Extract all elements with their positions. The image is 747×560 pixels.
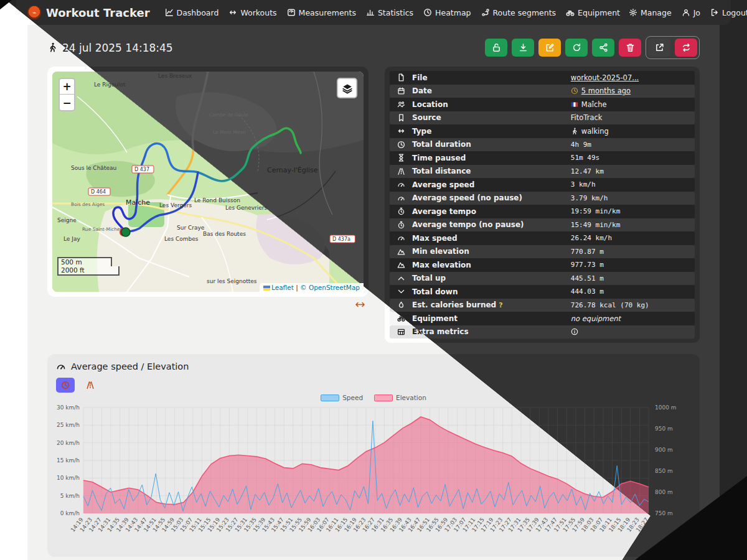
- leaflet-link[interactable]: Leaflet: [271, 284, 294, 291]
- detail-label: Est. calories burned?: [412, 301, 571, 309]
- nav-item-equipment[interactable]: Equipment: [566, 8, 620, 17]
- map-place-label: Le Rond Buisson: [194, 197, 240, 203]
- repeat-icon: [682, 43, 691, 52]
- nav-item-label: Statistics: [378, 8, 413, 17]
- nav-items: DashboardWorkoutsMeasurementsStatisticsH…: [165, 8, 620, 17]
- nav-item-manage[interactable]: Manage: [629, 8, 672, 17]
- svg-text:30 km/h: 30 km/h: [57, 404, 80, 411]
- svg-text:0 km/h: 0 km/h: [60, 510, 80, 516]
- detail-label: Extra metrics: [412, 327, 571, 336]
- detail-value-link[interactable]: workout-2025-07...: [571, 73, 639, 82]
- detail-row-equipment: Equipmentno equipment: [390, 312, 695, 325]
- attribution-separator: |: [294, 284, 300, 291]
- legend-speed[interactable]: Speed: [321, 394, 363, 401]
- flag-fr-icon: [571, 101, 578, 108]
- detail-label: Type: [412, 127, 571, 136]
- gauge-icon: [397, 234, 405, 242]
- detail-label: Time paused: [412, 154, 571, 162]
- detail-value-cell: [571, 328, 581, 335]
- map-place-label: Sous le Château: [71, 165, 116, 171]
- detail-row-average-speed: Average speed3 km/h: [390, 178, 695, 192]
- ukraine-flag-icon: [263, 286, 270, 291]
- gear-icon: [629, 8, 637, 17]
- map-place-label: Bois des Aiges: [71, 202, 105, 207]
- nav-right: ManageJoLogout: [629, 8, 747, 17]
- nav-item-measurements[interactable]: Measurements: [287, 8, 356, 17]
- share-button[interactable]: [592, 39, 614, 57]
- app-brand[interactable]: ⌁ Workout Tracker: [27, 6, 150, 19]
- map-layers-button[interactable]: [337, 78, 357, 98]
- detail-row-min-elevation: Min elevation770.87 m: [390, 245, 695, 259]
- zoom-in-button[interactable]: +: [60, 79, 74, 95]
- detail-value: 770.87 m: [571, 248, 604, 256]
- nav-item-label: Logout: [722, 8, 747, 17]
- detail-value: 445.51 m: [571, 274, 604, 282]
- chart-title: Average speed / Elevation: [71, 362, 189, 371]
- detail-row-average-tempo: Average tempo19:59 min/km: [390, 205, 695, 218]
- road-shield: D 464: [88, 188, 110, 195]
- clock-icon: [61, 381, 70, 390]
- arrows-h-icon: [228, 8, 237, 17]
- detail-row-total-down: Total down444.03 m: [390, 285, 695, 299]
- map-place-label: Les Vergers: [159, 202, 192, 208]
- fire-icon: [397, 301, 405, 309]
- detail-label: Average tempo (no pause): [412, 220, 571, 229]
- detail-row-max-elevation: Max elevation977.73 m: [390, 258, 695, 272]
- detail-row-average-tempo-no-pause-: Average tempo (no pause)15:49 min/km: [390, 218, 695, 232]
- edit-button[interactable]: [538, 39, 561, 57]
- gauge-icon: [56, 362, 66, 371]
- nav-item-jo[interactable]: Jo: [682, 8, 700, 17]
- legend-elevation[interactable]: Elevation: [374, 394, 426, 401]
- detail-row-average-speed-no-pause-: Average speed (no pause)3.79 km/h: [390, 192, 695, 205]
- svg-text:850 m: 850 m: [655, 468, 673, 474]
- nav-item-statistics[interactable]: Statistics: [366, 8, 413, 17]
- convert-button[interactable]: [675, 39, 697, 57]
- detail-value: 3.79 km/h: [571, 194, 608, 202]
- detail-label: Total down: [412, 287, 571, 296]
- arrows-h-icon: [397, 127, 405, 135]
- detail-value-link[interactable]: 5 months ago: [581, 86, 631, 95]
- detail-value: 4h 9m: [571, 141, 591, 149]
- svg-text:D 437: D 437: [134, 167, 149, 172]
- scale-metric: 500 m: [57, 257, 112, 266]
- map-resize-handle[interactable]: [355, 300, 365, 309]
- road-icon: [86, 381, 95, 390]
- bookmark-icon: [397, 114, 405, 122]
- delete-button[interactable]: [619, 39, 641, 57]
- workout-header: 24 jul 2025 14:18:45: [47, 30, 700, 67]
- nav-item-label: Equipment: [578, 8, 620, 17]
- detail-label: Total distance: [412, 167, 571, 175]
- nav-item-route-segments[interactable]: Route segments: [481, 8, 557, 17]
- detail-label: Location: [412, 100, 571, 109]
- detail-value-cell: Maîche: [571, 100, 607, 109]
- nav-item-workouts[interactable]: Workouts: [228, 8, 276, 17]
- nav-item-dashboard[interactable]: Dashboard: [165, 8, 219, 17]
- navbar: ⌁ Workout Tracker DashboardWorkoutsMeasu…: [16, 0, 731, 25]
- detail-value-cell: no equipment: [571, 314, 621, 323]
- svg-text:750 m: 750 m: [655, 510, 673, 516]
- detail-label: Average speed (no pause): [412, 194, 571, 202]
- help-icon[interactable]: ?: [499, 301, 502, 309]
- table-icon: [397, 328, 405, 336]
- legend-speed-label: Speed: [342, 394, 363, 401]
- road-shield: D 437a: [330, 235, 355, 243]
- nav-item-heatmap[interactable]: Heatmap: [423, 8, 471, 17]
- gauge-icon: [397, 194, 405, 202]
- calendar-icon: [397, 87, 405, 95]
- download-button[interactable]: [512, 39, 534, 57]
- osm-link[interactable]: © OpenStreetMap: [300, 284, 360, 291]
- route-end-marker[interactable]: [121, 228, 130, 236]
- detail-value-cell: 51m 49s: [571, 154, 599, 162]
- detail-value-cell: walking: [571, 127, 609, 136]
- zoom-out-button[interactable]: −: [60, 95, 74, 110]
- refresh-button[interactable]: [565, 39, 588, 57]
- export-button[interactable]: [648, 39, 670, 57]
- hourglass-icon: [397, 154, 405, 162]
- time-axis-toggle[interactable]: [56, 378, 75, 393]
- detail-label: Average tempo: [412, 207, 571, 216]
- unlock-button[interactable]: [485, 39, 507, 57]
- chevron-up-icon: [397, 274, 405, 282]
- nav-item-logout[interactable]: Logout: [710, 8, 747, 17]
- detail-label: Total duration: [412, 140, 571, 149]
- distance-axis-toggle[interactable]: [81, 378, 100, 393]
